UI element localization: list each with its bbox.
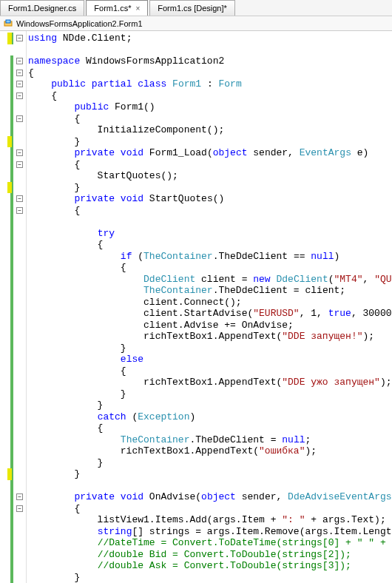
tab-label: Form1.cs [Design]* — [158, 4, 227, 13]
code-line[interactable]: client.Advise += OnAdvise; — [28, 320, 392, 331]
code-line[interactable] — [28, 216, 392, 228]
code-line[interactable] — [28, 44, 392, 56]
tab-bar: Form1.Designer.cs Form1.cs*× Form1.cs [D… — [0, 0, 392, 16]
fold-toggle[interactable]: − — [16, 115, 23, 122]
code-line[interactable]: public partial class Form1 : Form — [28, 78, 392, 90]
code-editor[interactable]: −−−−−−−−−−−− using NDde.Client;namespace… — [0, 31, 392, 583]
code-line[interactable]: private void StartQuotes() — [28, 193, 392, 205]
fold-toggle[interactable]: − — [16, 161, 23, 168]
code-line[interactable]: } — [28, 572, 392, 584]
code-line[interactable]: private void OnAdvise(object sender, Dde… — [28, 491, 392, 503]
code-line[interactable]: richTextBox1.AppendText("DDE запущен!"); — [28, 331, 392, 343]
close-icon[interactable]: × — [135, 4, 140, 13]
fold-toggle[interactable]: − — [16, 493, 23, 500]
fold-toggle[interactable]: − — [16, 58, 23, 64]
code-line[interactable]: catch (Exception) — [28, 411, 392, 423]
modified-marker — [7, 468, 12, 480]
code-area[interactable]: using NDde.Client;namespace WindowsForms… — [27, 31, 392, 583]
code-line[interactable]: StartQuotes(); — [28, 170, 392, 182]
code-line[interactable]: { — [28, 262, 392, 274]
code-line[interactable]: TheContainer.TheDdeClient = client; — [28, 285, 392, 297]
code-line[interactable]: { — [28, 422, 392, 434]
code-line[interactable]: { — [28, 205, 392, 217]
code-line[interactable]: //DateTime = Convert.ToDateTime(strings[… — [28, 537, 392, 549]
code-line[interactable]: } — [28, 182, 392, 194]
fold-toggle[interactable]: − — [16, 207, 23, 214]
code-line[interactable]: } — [28, 136, 392, 148]
code-line[interactable]: try — [28, 228, 392, 240]
code-line[interactable]: { — [28, 67, 392, 79]
code-line[interactable]: { — [28, 113, 392, 125]
code-line[interactable]: public Form1() — [28, 101, 392, 113]
code-line[interactable]: { — [28, 503, 392, 515]
code-line[interactable]: InitializeComponent(); — [28, 124, 392, 136]
svg-rect-1 — [6, 20, 10, 23]
code-line[interactable]: TheContainer.TheDdeClient = null; — [28, 434, 392, 446]
tab-form1-designer[interactable]: Form1.Designer.cs — [0, 0, 84, 16]
code-line[interactable]: richTextBox1.AppendText("DDE ужо запущен… — [28, 377, 392, 388]
code-line[interactable]: //double Bid = Convert.ToDouble(strings[… — [28, 549, 392, 561]
fold-toggle[interactable]: − — [16, 92, 23, 99]
code-line[interactable]: } — [28, 343, 392, 354]
gutter: −−−−−−−−−−−− — [0, 31, 27, 583]
code-line[interactable]: } — [28, 400, 392, 411]
code-line[interactable]: //double Ask = Convert.ToDouble(strings[… — [28, 560, 392, 572]
code-line[interactable]: client.StartAdvise("EURUSD", 1, true, 30… — [28, 308, 392, 320]
code-line[interactable]: } — [28, 388, 392, 400]
tab-label: Form1.Designer.cs — [8, 4, 76, 13]
breadcrumb: WindowsFormsApplication2.Form1 — [0, 16, 392, 31]
change-bar — [10, 55, 13, 583]
code-line[interactable]: namespace WindowsFormsApplication2 — [28, 55, 392, 67]
code-line[interactable]: } — [28, 468, 392, 480]
fold-toggle[interactable]: − — [16, 505, 23, 512]
breadcrumb-namespace[interactable]: WindowsFormsApplication2.Form1 — [16, 19, 143, 28]
code-line[interactable]: { — [28, 90, 392, 102]
code-line[interactable]: client.Connect(); — [28, 297, 392, 309]
code-line[interactable]: private void Form1_Load(object sender, E… — [28, 147, 392, 159]
code-line[interactable]: { — [28, 159, 392, 171]
code-line[interactable]: string[] strings = args.Item.Remove(args… — [28, 526, 392, 538]
fold-toggle[interactable]: − — [16, 195, 23, 202]
modified-marker — [7, 182, 12, 194]
code-line[interactable]: { — [28, 239, 392, 251]
code-line[interactable]: using NDde.Client; — [28, 33, 392, 44]
fold-toggle[interactable]: − — [16, 81, 23, 87]
fold-toggle[interactable]: − — [16, 149, 23, 156]
fold-toggle[interactable]: − — [16, 35, 23, 41]
code-line[interactable]: DdeClient client = new DdeClient("MT4", … — [28, 274, 392, 286]
code-line[interactable] — [28, 480, 392, 492]
code-line[interactable]: { — [28, 365, 392, 377]
tab-label: Form1.cs* — [94, 4, 131, 13]
code-line[interactable]: listView1.Items.Add(args.Item + ": " + a… — [28, 514, 392, 526]
tab-form1-cs[interactable]: Form1.cs*× — [86, 0, 148, 16]
code-line[interactable]: } — [28, 457, 392, 469]
code-line[interactable]: richTextBox1.AppendText("ошибка"); — [28, 445, 392, 457]
fold-toggle[interactable]: − — [16, 70, 23, 76]
modified-marker — [7, 33, 12, 44]
code-line[interactable]: else — [28, 354, 392, 365]
modified-marker — [7, 136, 12, 148]
class-icon — [3, 18, 13, 29]
tab-form1-design[interactable]: Form1.cs [Design]* — [149, 0, 235, 16]
code-line[interactable]: if (TheContainer.TheDdeClient == null) — [28, 251, 392, 263]
